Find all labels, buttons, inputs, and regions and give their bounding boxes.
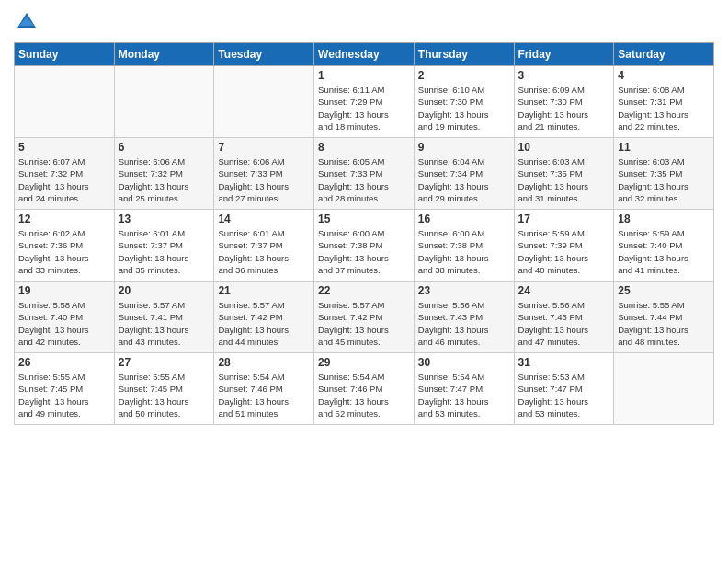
day-number: 8 [318, 141, 410, 154]
day-info: Sunrise: 6:03 AM Sunset: 7:35 PM Dayligh… [518, 155, 610, 204]
day-number: 19 [18, 284, 110, 297]
calendar-cell: 9Sunrise: 6:04 AM Sunset: 7:34 PM Daylig… [414, 138, 514, 210]
day-info: Sunrise: 5:54 AM Sunset: 7:46 PM Dayligh… [318, 371, 410, 419]
day-number: 3 [518, 69, 610, 82]
calendar-cell: 24Sunrise: 5:56 AM Sunset: 7:43 PM Dayli… [514, 282, 614, 353]
calendar-cell: 2Sunrise: 6:10 AM Sunset: 7:30 PM Daylig… [414, 66, 514, 138]
day-info: Sunrise: 5:55 AM Sunset: 7:45 PM Dayligh… [18, 371, 110, 419]
calendar-cell: 22Sunrise: 5:57 AM Sunset: 7:42 PM Dayli… [314, 282, 415, 353]
day-number: 9 [418, 141, 510, 154]
calendar-cell: 3Sunrise: 6:09 AM Sunset: 7:30 PM Daylig… [514, 66, 614, 138]
day-of-week-header: Friday [514, 43, 614, 66]
day-number: 24 [518, 284, 610, 297]
day-info: Sunrise: 5:54 AM Sunset: 7:46 PM Dayligh… [218, 371, 310, 419]
day-number: 27 [119, 356, 210, 369]
day-number: 28 [218, 356, 310, 369]
day-number: 11 [618, 141, 710, 154]
calendar-cell: 7Sunrise: 6:06 AM Sunset: 7:33 PM Daylig… [214, 138, 314, 210]
day-info: Sunrise: 5:58 AM Sunset: 7:40 PM Dayligh… [18, 299, 110, 348]
day-info: Sunrise: 5:59 AM Sunset: 7:40 PM Dayligh… [618, 227, 710, 276]
calendar-cell [614, 353, 714, 425]
day-number: 14 [218, 213, 310, 225]
day-number: 13 [119, 213, 210, 225]
day-number: 15 [318, 213, 410, 225]
day-number: 10 [518, 141, 610, 154]
calendar-cell: 17Sunrise: 5:59 AM Sunset: 7:39 PM Dayli… [514, 210, 614, 282]
day-of-week-header: Sunday [15, 43, 115, 66]
calendar-cell [114, 66, 214, 138]
day-info: Sunrise: 6:08 AM Sunset: 7:31 PM Dayligh… [618, 84, 710, 132]
calendar-cell: 23Sunrise: 5:56 AM Sunset: 7:43 PM Dayli… [414, 282, 514, 353]
day-info: Sunrise: 5:55 AM Sunset: 7:44 PM Dayligh… [618, 299, 710, 348]
day-info: Sunrise: 5:57 AM Sunset: 7:42 PM Dayligh… [318, 299, 410, 348]
day-info: Sunrise: 5:57 AM Sunset: 7:41 PM Dayligh… [119, 299, 210, 348]
calendar-cell: 4Sunrise: 6:08 AM Sunset: 7:31 PM Daylig… [614, 66, 714, 138]
calendar-cell: 15Sunrise: 6:00 AM Sunset: 7:38 PM Dayli… [314, 210, 415, 282]
day-number: 4 [618, 69, 710, 82]
day-number: 16 [418, 213, 510, 225]
day-info: Sunrise: 5:57 AM Sunset: 7:42 PM Dayligh… [218, 299, 310, 348]
calendar-cell: 20Sunrise: 5:57 AM Sunset: 7:41 PM Dayli… [114, 282, 214, 353]
day-info: Sunrise: 6:00 AM Sunset: 7:38 PM Dayligh… [418, 227, 510, 276]
calendar-cell: 8Sunrise: 6:05 AM Sunset: 7:33 PM Daylig… [314, 138, 415, 210]
day-of-week-header: Saturday [614, 43, 714, 66]
day-number: 25 [618, 284, 710, 297]
calendar-week-row: 26Sunrise: 5:55 AM Sunset: 7:45 PM Dayli… [15, 353, 714, 425]
calendar-cell: 10Sunrise: 6:03 AM Sunset: 7:35 PM Dayli… [514, 138, 614, 210]
calendar-cell: 16Sunrise: 6:00 AM Sunset: 7:38 PM Dayli… [414, 210, 514, 282]
calendar-cell [214, 66, 314, 138]
calendar-cell: 31Sunrise: 5:53 AM Sunset: 7:47 PM Dayli… [514, 353, 614, 425]
day-of-week-header: Wednesday [314, 43, 415, 66]
calendar-week-row: 12Sunrise: 6:02 AM Sunset: 7:36 PM Dayli… [15, 210, 714, 282]
calendar-cell: 29Sunrise: 5:54 AM Sunset: 7:46 PM Dayli… [314, 353, 415, 425]
day-number: 29 [318, 356, 410, 369]
calendar-cell: 19Sunrise: 5:58 AM Sunset: 7:40 PM Dayli… [15, 282, 115, 353]
day-number: 30 [418, 356, 510, 369]
day-number: 22 [318, 284, 410, 297]
day-number: 12 [18, 213, 110, 225]
day-info: Sunrise: 5:59 AM Sunset: 7:39 PM Dayligh… [518, 227, 610, 276]
calendar-cell: 1Sunrise: 6:11 AM Sunset: 7:29 PM Daylig… [314, 66, 415, 138]
calendar-cell: 30Sunrise: 5:54 AM Sunset: 7:47 PM Dayli… [414, 353, 514, 425]
day-info: Sunrise: 6:11 AM Sunset: 7:29 PM Dayligh… [318, 84, 410, 132]
calendar-cell: 6Sunrise: 6:06 AM Sunset: 7:32 PM Daylig… [114, 138, 214, 210]
day-number: 17 [518, 213, 610, 225]
calendar-header-row: SundayMondayTuesdayWednesdayThursdayFrid… [15, 43, 714, 66]
calendar-cell: 18Sunrise: 5:59 AM Sunset: 7:40 PM Dayli… [614, 210, 714, 282]
day-number: 6 [119, 141, 210, 154]
calendar-cell: 25Sunrise: 5:55 AM Sunset: 7:44 PM Dayli… [614, 282, 714, 353]
calendar-table: SundayMondayTuesdayWednesdayThursdayFrid… [14, 42, 714, 425]
day-info: Sunrise: 6:06 AM Sunset: 7:32 PM Dayligh… [119, 155, 210, 204]
logo [14, 9, 43, 35]
calendar-cell: 5Sunrise: 6:07 AM Sunset: 7:32 PM Daylig… [15, 138, 115, 210]
day-number: 7 [218, 141, 310, 154]
header [14, 9, 714, 35]
day-info: Sunrise: 5:55 AM Sunset: 7:45 PM Dayligh… [119, 371, 210, 419]
day-info: Sunrise: 6:01 AM Sunset: 7:37 PM Dayligh… [119, 227, 210, 276]
day-number: 26 [18, 356, 110, 369]
day-info: Sunrise: 6:01 AM Sunset: 7:37 PM Dayligh… [218, 227, 310, 276]
calendar-week-row: 5Sunrise: 6:07 AM Sunset: 7:32 PM Daylig… [15, 138, 714, 210]
page: SundayMondayTuesdayWednesdayThursdayFrid… [0, 0, 728, 563]
day-number: 31 [518, 356, 610, 369]
day-info: Sunrise: 5:56 AM Sunset: 7:43 PM Dayligh… [418, 299, 510, 348]
day-info: Sunrise: 6:09 AM Sunset: 7:30 PM Dayligh… [518, 84, 610, 132]
logo-icon [14, 9, 40, 35]
day-number: 18 [618, 213, 710, 225]
calendar-cell: 26Sunrise: 5:55 AM Sunset: 7:45 PM Dayli… [15, 353, 115, 425]
calendar-cell: 13Sunrise: 6:01 AM Sunset: 7:37 PM Dayli… [114, 210, 214, 282]
calendar-cell: 12Sunrise: 6:02 AM Sunset: 7:36 PM Dayli… [15, 210, 115, 282]
calendar-cell: 11Sunrise: 6:03 AM Sunset: 7:35 PM Dayli… [614, 138, 714, 210]
day-number: 2 [418, 69, 510, 82]
day-of-week-header: Thursday [414, 43, 514, 66]
day-info: Sunrise: 5:56 AM Sunset: 7:43 PM Dayligh… [518, 299, 610, 348]
calendar-cell: 28Sunrise: 5:54 AM Sunset: 7:46 PM Dayli… [214, 353, 314, 425]
day-of-week-header: Tuesday [214, 43, 314, 66]
day-info: Sunrise: 6:04 AM Sunset: 7:34 PM Dayligh… [418, 155, 510, 204]
calendar-cell: 14Sunrise: 6:01 AM Sunset: 7:37 PM Dayli… [214, 210, 314, 282]
day-info: Sunrise: 6:03 AM Sunset: 7:35 PM Dayligh… [618, 155, 710, 204]
day-number: 23 [418, 284, 510, 297]
calendar-week-row: 1Sunrise: 6:11 AM Sunset: 7:29 PM Daylig… [15, 66, 714, 138]
day-number: 5 [18, 141, 110, 154]
day-number: 1 [318, 69, 410, 82]
